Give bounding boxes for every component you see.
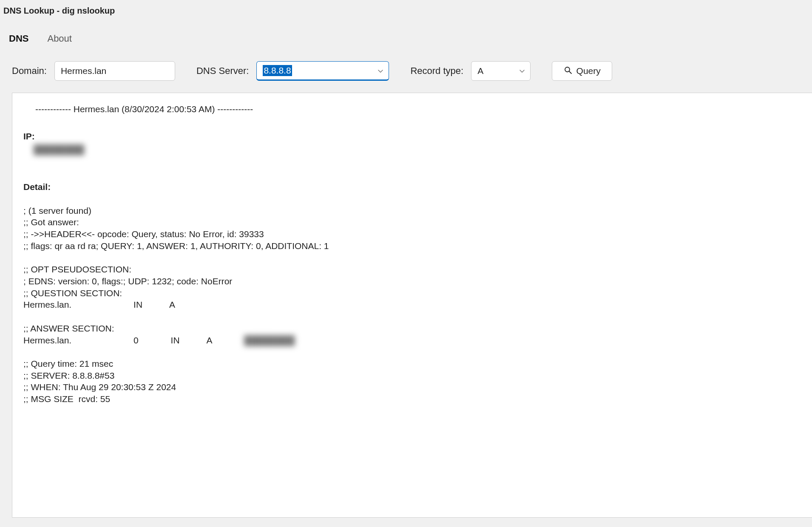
query-button[interactable]: Query bbox=[552, 61, 612, 81]
record-type-label: Record type: bbox=[410, 65, 463, 76]
output-panel[interactable]: ------------ Hermes.lan (8/30/2024 2:00:… bbox=[12, 93, 812, 518]
record-type-value: A bbox=[477, 66, 483, 76]
dns-server-label: DNS Server: bbox=[196, 65, 249, 76]
record-type-select[interactable]: A bbox=[471, 61, 531, 81]
window-title: DNS Lookup - dig nslookup bbox=[0, 0, 812, 20]
ip-label: IP: bbox=[23, 130, 801, 142]
tab-bar: DNS About bbox=[0, 28, 812, 49]
detail-output: ; (1 server found) ;; Got answer: ;; ->>… bbox=[23, 193, 801, 405]
tab-about[interactable]: About bbox=[38, 28, 82, 49]
answer-ip-redacted: ████████ bbox=[244, 335, 295, 345]
query-button-label: Query bbox=[576, 66, 601, 76]
ip-value-redacted: ████████ bbox=[34, 144, 84, 156]
search-icon bbox=[564, 66, 572, 76]
result-separator: ------------ Hermes.lan (8/30/2024 2:00:… bbox=[23, 103, 801, 115]
dns-server-value[interactable]: 8.8.8.8 bbox=[263, 65, 292, 76]
domain-label: Domain: bbox=[12, 65, 47, 76]
detail-label: Detail: bbox=[23, 181, 801, 193]
dns-server-combo[interactable]: 8.8.8.8 bbox=[256, 61, 389, 81]
svg-line-1 bbox=[569, 71, 571, 74]
query-controls: Domain: DNS Server: 8.8.8.8 Record type:… bbox=[0, 49, 812, 89]
domain-input[interactable] bbox=[54, 61, 175, 81]
tab-dns[interactable]: DNS bbox=[0, 28, 38, 49]
svg-point-0 bbox=[565, 67, 570, 72]
